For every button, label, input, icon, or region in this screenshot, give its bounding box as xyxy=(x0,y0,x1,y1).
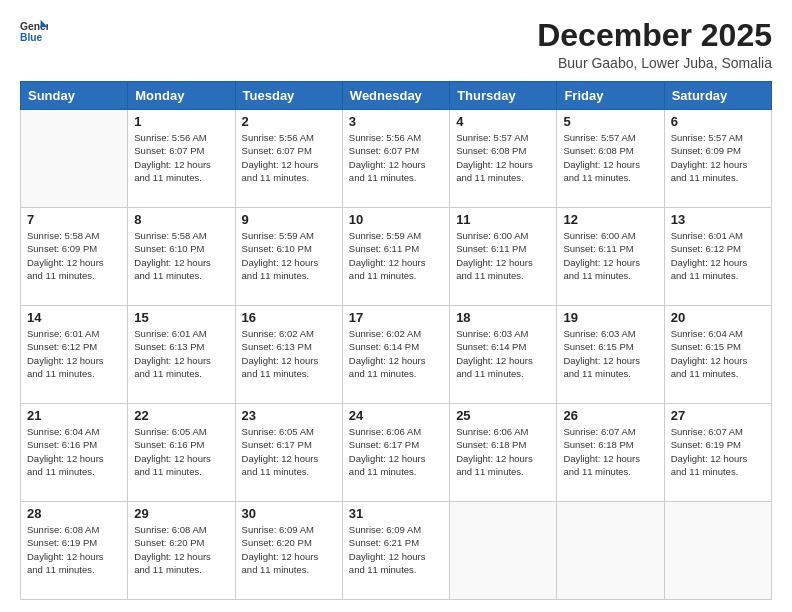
day-info: Sunrise: 6:01 AMSunset: 6:12 PMDaylight:… xyxy=(671,229,765,282)
day-cell: 27Sunrise: 6:07 AMSunset: 6:19 PMDayligh… xyxy=(664,404,771,502)
day-cell xyxy=(450,502,557,600)
day-cell: 16Sunrise: 6:02 AMSunset: 6:13 PMDayligh… xyxy=(235,306,342,404)
day-number: 31 xyxy=(349,506,443,521)
subtitle: Buur Gaabo, Lower Juba, Somalia xyxy=(537,55,772,71)
day-number: 19 xyxy=(563,310,657,325)
day-info: Sunrise: 6:05 AMSunset: 6:17 PMDaylight:… xyxy=(242,425,336,478)
week-row-2: 7Sunrise: 5:58 AMSunset: 6:09 PMDaylight… xyxy=(21,208,772,306)
day-info: Sunrise: 6:04 AMSunset: 6:15 PMDaylight:… xyxy=(671,327,765,380)
day-info: Sunrise: 6:02 AMSunset: 6:14 PMDaylight:… xyxy=(349,327,443,380)
day-number: 5 xyxy=(563,114,657,129)
day-info: Sunrise: 6:06 AMSunset: 6:18 PMDaylight:… xyxy=(456,425,550,478)
day-cell: 26Sunrise: 6:07 AMSunset: 6:18 PMDayligh… xyxy=(557,404,664,502)
svg-text:Blue: Blue xyxy=(20,32,43,43)
day-info: Sunrise: 6:01 AMSunset: 6:13 PMDaylight:… xyxy=(134,327,228,380)
day-cell: 24Sunrise: 6:06 AMSunset: 6:17 PMDayligh… xyxy=(342,404,449,502)
day-number: 17 xyxy=(349,310,443,325)
week-row-3: 14Sunrise: 6:01 AMSunset: 6:12 PMDayligh… xyxy=(21,306,772,404)
calendar-table: SundayMondayTuesdayWednesdayThursdayFrid… xyxy=(20,81,772,600)
day-info: Sunrise: 6:00 AMSunset: 6:11 PMDaylight:… xyxy=(563,229,657,282)
day-info: Sunrise: 5:59 AMSunset: 6:11 PMDaylight:… xyxy=(349,229,443,282)
day-number: 27 xyxy=(671,408,765,423)
day-number: 29 xyxy=(134,506,228,521)
weekday-header-thursday: Thursday xyxy=(450,82,557,110)
day-info: Sunrise: 5:57 AMSunset: 6:09 PMDaylight:… xyxy=(671,131,765,184)
day-cell: 8Sunrise: 5:58 AMSunset: 6:10 PMDaylight… xyxy=(128,208,235,306)
day-number: 8 xyxy=(134,212,228,227)
day-cell: 22Sunrise: 6:05 AMSunset: 6:16 PMDayligh… xyxy=(128,404,235,502)
day-number: 13 xyxy=(671,212,765,227)
logo: General Blue xyxy=(20,18,48,46)
day-number: 1 xyxy=(134,114,228,129)
day-number: 16 xyxy=(242,310,336,325)
main-title: December 2025 xyxy=(537,18,772,53)
day-info: Sunrise: 5:57 AMSunset: 6:08 PMDaylight:… xyxy=(456,131,550,184)
day-info: Sunrise: 6:05 AMSunset: 6:16 PMDaylight:… xyxy=(134,425,228,478)
weekday-header-friday: Friday xyxy=(557,82,664,110)
day-cell: 30Sunrise: 6:09 AMSunset: 6:20 PMDayligh… xyxy=(235,502,342,600)
header: General Blue December 2025 Buur Gaabo, L… xyxy=(20,18,772,71)
day-number: 26 xyxy=(563,408,657,423)
day-cell: 2Sunrise: 5:56 AMSunset: 6:07 PMDaylight… xyxy=(235,110,342,208)
day-cell xyxy=(21,110,128,208)
day-info: Sunrise: 5:56 AMSunset: 6:07 PMDaylight:… xyxy=(242,131,336,184)
day-number: 15 xyxy=(134,310,228,325)
day-number: 18 xyxy=(456,310,550,325)
day-cell: 6Sunrise: 5:57 AMSunset: 6:09 PMDaylight… xyxy=(664,110,771,208)
day-cell: 29Sunrise: 6:08 AMSunset: 6:20 PMDayligh… xyxy=(128,502,235,600)
day-cell: 28Sunrise: 6:08 AMSunset: 6:19 PMDayligh… xyxy=(21,502,128,600)
day-info: Sunrise: 6:08 AMSunset: 6:20 PMDaylight:… xyxy=(134,523,228,576)
day-number: 11 xyxy=(456,212,550,227)
weekday-header-row: SundayMondayTuesdayWednesdayThursdayFrid… xyxy=(21,82,772,110)
day-info: Sunrise: 6:01 AMSunset: 6:12 PMDaylight:… xyxy=(27,327,121,380)
day-number: 30 xyxy=(242,506,336,521)
day-info: Sunrise: 6:07 AMSunset: 6:18 PMDaylight:… xyxy=(563,425,657,478)
day-number: 23 xyxy=(242,408,336,423)
week-row-4: 21Sunrise: 6:04 AMSunset: 6:16 PMDayligh… xyxy=(21,404,772,502)
week-row-5: 28Sunrise: 6:08 AMSunset: 6:19 PMDayligh… xyxy=(21,502,772,600)
day-cell: 19Sunrise: 6:03 AMSunset: 6:15 PMDayligh… xyxy=(557,306,664,404)
day-cell: 15Sunrise: 6:01 AMSunset: 6:13 PMDayligh… xyxy=(128,306,235,404)
day-cell: 13Sunrise: 6:01 AMSunset: 6:12 PMDayligh… xyxy=(664,208,771,306)
weekday-header-sunday: Sunday xyxy=(21,82,128,110)
day-info: Sunrise: 5:58 AMSunset: 6:10 PMDaylight:… xyxy=(134,229,228,282)
day-cell: 31Sunrise: 6:09 AMSunset: 6:21 PMDayligh… xyxy=(342,502,449,600)
day-number: 21 xyxy=(27,408,121,423)
day-info: Sunrise: 6:00 AMSunset: 6:11 PMDaylight:… xyxy=(456,229,550,282)
day-info: Sunrise: 5:59 AMSunset: 6:10 PMDaylight:… xyxy=(242,229,336,282)
day-info: Sunrise: 5:56 AMSunset: 6:07 PMDaylight:… xyxy=(349,131,443,184)
day-number: 7 xyxy=(27,212,121,227)
day-info: Sunrise: 6:09 AMSunset: 6:20 PMDaylight:… xyxy=(242,523,336,576)
day-number: 6 xyxy=(671,114,765,129)
day-info: Sunrise: 5:58 AMSunset: 6:09 PMDaylight:… xyxy=(27,229,121,282)
day-cell: 18Sunrise: 6:03 AMSunset: 6:14 PMDayligh… xyxy=(450,306,557,404)
day-cell: 17Sunrise: 6:02 AMSunset: 6:14 PMDayligh… xyxy=(342,306,449,404)
day-info: Sunrise: 6:06 AMSunset: 6:17 PMDaylight:… xyxy=(349,425,443,478)
day-info: Sunrise: 6:07 AMSunset: 6:19 PMDaylight:… xyxy=(671,425,765,478)
day-info: Sunrise: 5:56 AMSunset: 6:07 PMDaylight:… xyxy=(134,131,228,184)
day-cell: 23Sunrise: 6:05 AMSunset: 6:17 PMDayligh… xyxy=(235,404,342,502)
day-info: Sunrise: 5:57 AMSunset: 6:08 PMDaylight:… xyxy=(563,131,657,184)
day-number: 2 xyxy=(242,114,336,129)
day-cell xyxy=(664,502,771,600)
day-number: 4 xyxy=(456,114,550,129)
logo-icon: General Blue xyxy=(20,18,48,46)
day-number: 28 xyxy=(27,506,121,521)
title-block: December 2025 Buur Gaabo, Lower Juba, So… xyxy=(537,18,772,71)
weekday-header-saturday: Saturday xyxy=(664,82,771,110)
day-info: Sunrise: 6:08 AMSunset: 6:19 PMDaylight:… xyxy=(27,523,121,576)
day-info: Sunrise: 6:03 AMSunset: 6:14 PMDaylight:… xyxy=(456,327,550,380)
day-number: 14 xyxy=(27,310,121,325)
day-cell: 25Sunrise: 6:06 AMSunset: 6:18 PMDayligh… xyxy=(450,404,557,502)
day-number: 10 xyxy=(349,212,443,227)
day-cell: 7Sunrise: 5:58 AMSunset: 6:09 PMDaylight… xyxy=(21,208,128,306)
day-number: 9 xyxy=(242,212,336,227)
calendar-page: General Blue December 2025 Buur Gaabo, L… xyxy=(0,0,792,612)
day-number: 12 xyxy=(563,212,657,227)
week-row-1: 1Sunrise: 5:56 AMSunset: 6:07 PMDaylight… xyxy=(21,110,772,208)
day-number: 24 xyxy=(349,408,443,423)
day-cell: 21Sunrise: 6:04 AMSunset: 6:16 PMDayligh… xyxy=(21,404,128,502)
day-cell: 10Sunrise: 5:59 AMSunset: 6:11 PMDayligh… xyxy=(342,208,449,306)
day-number: 22 xyxy=(134,408,228,423)
day-cell: 14Sunrise: 6:01 AMSunset: 6:12 PMDayligh… xyxy=(21,306,128,404)
